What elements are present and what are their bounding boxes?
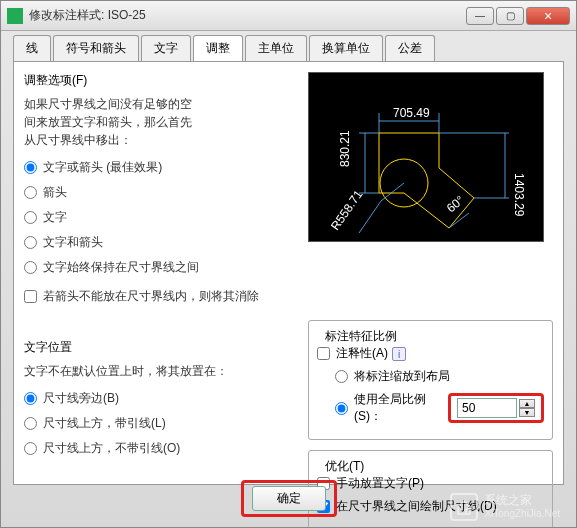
preview-drawing: 705.49 830.21 1403.29 60° R558.71 <box>309 73 545 243</box>
text-position-desc: 文字不在默认位置上时，将其放置在： <box>24 362 294 380</box>
svg-text:705.49: 705.49 <box>393 106 430 120</box>
tab-primary-units[interactable]: 主单位 <box>245 35 307 61</box>
window-controls: — ▢ × <box>466 7 570 25</box>
button-bar: 确定 <box>1 480 576 517</box>
global-scale-highlight: ▲ ▼ <box>448 393 544 423</box>
tab-text[interactable]: 文字 <box>141 35 191 61</box>
maximize-button[interactable]: ▢ <box>496 7 524 25</box>
spinner-down[interactable]: ▼ <box>519 408 535 417</box>
adjust-description: 如果尺寸界线之间没有足够的空 间来放置文字和箭头，那么首先 从尺寸界线中移出： <box>24 95 294 149</box>
ok-button[interactable]: 确定 <box>252 486 326 511</box>
radio-text[interactable]: 文字 <box>24 209 294 226</box>
tab-adjust[interactable]: 调整 <box>193 35 243 61</box>
info-icon[interactable]: i <box>392 347 406 361</box>
radio-beside-dim-line[interactable]: 尺寸线旁边(B) <box>24 390 294 407</box>
left-column: 调整选项(F) 如果尺寸界线之间没有足够的空 间来放置文字和箭头，那么首先 从尺… <box>24 72 294 474</box>
titlebar: 修改标注样式: ISO-25 — ▢ × <box>1 1 576 31</box>
tab-bar: 线 符号和箭头 文字 调整 主单位 换算单位 公差 <box>1 31 576 61</box>
text-position-title: 文字位置 <box>24 339 294 356</box>
ok-button-highlight: 确定 <box>241 480 337 517</box>
radio-text-and-arrows[interactable]: 文字和箭头 <box>24 234 294 251</box>
svg-text:60°: 60° <box>444 193 467 216</box>
window-title: 修改标注样式: ISO-25 <box>29 7 466 24</box>
tab-line[interactable]: 线 <box>13 35 51 61</box>
svg-text:R558.71: R558.71 <box>328 187 366 232</box>
radio-keep-text-inside[interactable]: 文字始终保持在尺寸界线之间 <box>24 259 294 276</box>
optimize-title: 优化(T) <box>321 458 368 475</box>
global-scale-input[interactable] <box>457 398 517 418</box>
spinner-up[interactable]: ▲ <box>519 399 535 408</box>
svg-text:830.21: 830.21 <box>338 130 352 167</box>
radio-global-scale[interactable]: 使用全局比例(S)： ▲ ▼ <box>317 391 544 425</box>
radio-above-no-leader[interactable]: 尺寸线上方，不带引线(O) <box>24 440 294 457</box>
right-column: 705.49 830.21 1403.29 60° R558.71 标注特征比例… <box>308 72 553 474</box>
svg-line-11 <box>359 201 381 233</box>
radio-scale-to-layout[interactable]: 将标注缩放到布局 <box>317 368 544 385</box>
tab-symbols[interactable]: 符号和箭头 <box>53 35 139 61</box>
tab-alt-units[interactable]: 换算单位 <box>309 35 383 61</box>
radio-above-with-leader[interactable]: 尺寸线上方，带引线(L) <box>24 415 294 432</box>
spinner-buttons: ▲ ▼ <box>519 399 535 417</box>
content-area: 调整选项(F) 如果尺寸界线之间没有足够的空 间来放置文字和箭头，那么首先 从尺… <box>13 61 564 485</box>
radio-text-or-arrows[interactable]: 文字或箭头 (最佳效果) <box>24 159 294 176</box>
svg-line-10 <box>381 183 404 201</box>
close-button[interactable]: × <box>526 7 570 25</box>
adjust-options-title: 调整选项(F) <box>24 72 294 89</box>
app-icon <box>7 8 23 24</box>
scale-title: 标注特征比例 <box>321 328 401 345</box>
scale-group: 标注特征比例 注释性(A) i 将标注缩放到布局 使用全局比例(S)： ▲ ▼ <box>308 320 553 440</box>
minimize-button[interactable]: — <box>466 7 494 25</box>
preview-pane: 705.49 830.21 1403.29 60° R558.71 <box>308 72 544 242</box>
radio-arrows[interactable]: 箭头 <box>24 184 294 201</box>
checkbox-annotative[interactable]: 注释性(A) i <box>317 345 544 362</box>
tab-tolerance[interactable]: 公差 <box>385 35 435 61</box>
svg-text:1403.29: 1403.29 <box>512 173 526 217</box>
checkbox-suppress-arrows[interactable]: 若箭头不能放在尺寸界线内，则将其消除 <box>24 288 294 305</box>
